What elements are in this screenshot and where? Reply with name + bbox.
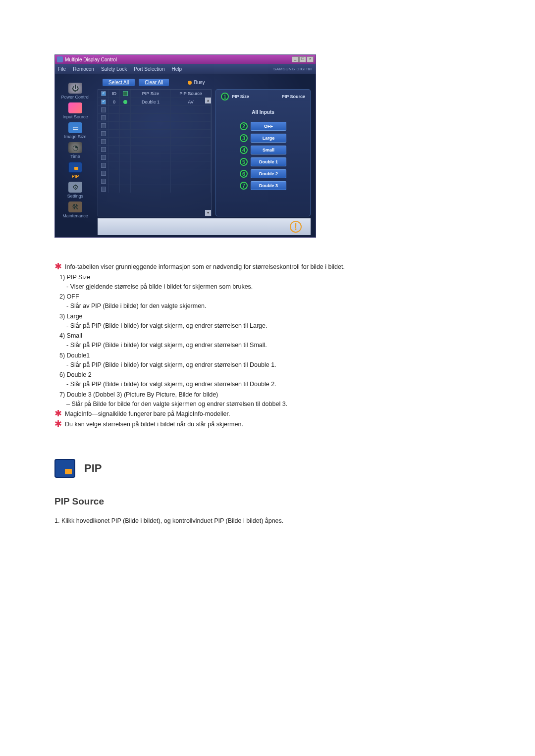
maximize-button[interactable]: □: [299, 56, 306, 62]
callout-7: 7: [240, 182, 248, 190]
sidebar-item-time[interactable]: ◔ Time: [68, 142, 82, 159]
status-dot-icon: [123, 100, 127, 104]
callout-5: 5: [240, 158, 248, 166]
list-item-desc: - Viser gjeldende størrelse på bilde i b…: [66, 282, 510, 292]
table-row[interactable]: [98, 113, 211, 121]
row-checkbox[interactable]: [101, 187, 106, 192]
cell-status: [120, 185, 131, 193]
table-row[interactable]: [98, 129, 211, 137]
sidebar-label: Power Control: [61, 95, 89, 100]
row-checkbox[interactable]: [101, 171, 106, 176]
table-row[interactable]: 0Double 1AV: [98, 98, 211, 105]
row-checkbox[interactable]: [101, 163, 106, 168]
row-checkbox[interactable]: [101, 179, 106, 184]
pip-option-double 1[interactable]: Double 1: [251, 157, 286, 166]
close-button[interactable]: ×: [307, 56, 314, 62]
cell-pip-size: [131, 161, 171, 169]
cell-pip-size: [131, 169, 171, 177]
pip-option-double 2[interactable]: Double 2: [251, 169, 286, 178]
col-pip-size: PIP Size: [131, 90, 171, 98]
sidebar-item-input-source[interactable]: Input Source: [62, 102, 88, 119]
cell-id: [109, 121, 120, 129]
sidebar-label: PIP: [72, 174, 79, 179]
row-checkbox[interactable]: [101, 123, 106, 128]
pip-option-off[interactable]: OFF: [251, 122, 286, 131]
sidebar: ⏻ Power Control Input Source ▭ Image Siz…: [55, 74, 96, 237]
row-checkbox[interactable]: [101, 139, 106, 144]
list-item-heading: 1) PIP Size: [59, 273, 510, 282]
menu-port-selection[interactable]: Port Selection: [134, 66, 164, 72]
row-checkbox[interactable]: [101, 147, 106, 152]
sidebar-label: Time: [70, 154, 80, 159]
table-row[interactable]: [98, 177, 211, 185]
cell-status: [120, 153, 131, 161]
maintenance-icon: 🛠: [68, 202, 82, 212]
list-item-desc: - Slår av PIP (Bilde i bilde) for den va…: [66, 302, 510, 311]
info-icon[interactable]: !: [290, 221, 302, 233]
row-checkbox[interactable]: [101, 131, 106, 136]
note-1: MagicInfo—signalkilde fungerer bare på M…: [65, 409, 230, 419]
pip-option-large[interactable]: Large: [251, 134, 286, 143]
list-item-desc: – Slår på Bilde for bilde for den valgte…: [66, 400, 510, 409]
settings-icon: ⚙: [68, 182, 82, 193]
star-icon: ✱: [54, 262, 62, 270]
menu-help[interactable]: Help: [171, 66, 182, 72]
table-row[interactable]: [98, 145, 211, 153]
minimize-button[interactable]: _: [292, 56, 299, 62]
table-row[interactable]: [98, 185, 211, 193]
power-icon: ⏻: [68, 83, 82, 94]
row-checkbox[interactable]: [101, 100, 106, 104]
pip-option-small[interactable]: Small: [251, 146, 286, 154]
select-all-button[interactable]: Select All: [103, 79, 135, 86]
table-row[interactable]: [98, 137, 211, 145]
menu-remocon[interactable]: Remocon: [73, 66, 94, 72]
menu-file[interactable]: File: [58, 66, 66, 72]
sidebar-item-maintenance[interactable]: 🛠 Maintenance: [62, 202, 88, 218]
scroll-up-button[interactable]: ▴: [205, 98, 211, 103]
table-row[interactable]: [98, 161, 211, 169]
table-row[interactable]: [98, 153, 211, 161]
pip-source-label: PIP Source: [282, 94, 305, 99]
list-item-heading: 5) Double1: [59, 351, 510, 360]
table-row[interactable]: [98, 169, 211, 177]
sidebar-item-settings[interactable]: ⚙ Settings: [67, 182, 84, 199]
cell-pip-size: [131, 145, 171, 153]
clear-all-button[interactable]: Clear All: [139, 79, 169, 86]
cell-id: [109, 129, 120, 137]
cell-pip-size: [131, 177, 171, 185]
cell-pip-size: [131, 113, 171, 121]
row-checkbox[interactable]: [101, 115, 106, 120]
sidebar-item-power-control[interactable]: ⏻ Power Control: [61, 83, 89, 100]
callout-1: 1: [221, 93, 229, 101]
note-2: Du kan velge størrelsen på bildet i bild…: [65, 420, 243, 429]
pip-section-icon: [54, 459, 75, 478]
sidebar-label: Input Source: [62, 114, 88, 119]
list-item-desc: - Slår på PIP (Bilde i bilde) for valgt …: [66, 321, 510, 331]
pip-option-double 3[interactable]: Double 3: [251, 181, 286, 190]
col-id: ID: [109, 90, 120, 98]
row-checkbox[interactable]: [101, 155, 106, 160]
display-table: ID PIP Size PIP Source 0Double 1AV ▴ ▾: [98, 89, 212, 216]
list-item-heading: 3) Large: [59, 312, 510, 321]
scroll-down-button[interactable]: ▾: [205, 210, 211, 216]
menu-safety-lock[interactable]: Safety Lock: [101, 66, 127, 72]
time-icon: ◔: [68, 142, 82, 153]
row-checkbox[interactable]: [101, 107, 106, 112]
table-row[interactable]: [98, 121, 211, 129]
sidebar-item-pip[interactable]: PIP: [68, 162, 82, 179]
table-row[interactable]: [98, 105, 211, 113]
pip-icon: [68, 162, 82, 173]
cell-id: [109, 177, 120, 185]
sidebar-item-image-size[interactable]: ▭ Image Size: [64, 122, 86, 139]
cell-id: [109, 169, 120, 177]
star-icon: ✱: [54, 409, 62, 417]
section-title: PIP: [84, 460, 102, 476]
col-pip-source: PIP Source: [171, 90, 211, 98]
header-checkbox[interactable]: [101, 91, 106, 96]
sidebar-label: Image Size: [64, 134, 86, 139]
image-size-icon: ▭: [68, 122, 82, 133]
cell-status: [120, 169, 131, 177]
sidebar-label: Settings: [67, 194, 84, 199]
cell-status: [120, 161, 131, 169]
col-check: [98, 90, 109, 98]
